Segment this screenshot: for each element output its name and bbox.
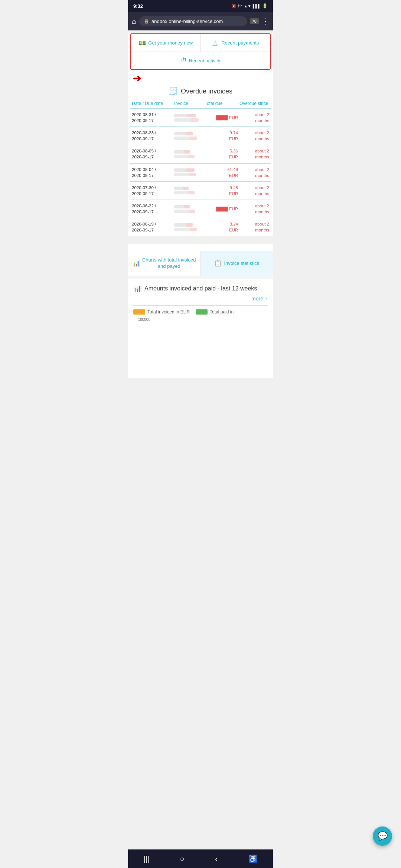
overdue-cell: about 2months (239, 185, 269, 197)
tab-get-money[interactable]: 💵 Get your money now (131, 34, 201, 52)
signal-icon: ▲▼ (244, 4, 251, 8)
date-cell: 2020-08-31 /2020-09-17 (132, 112, 173, 124)
invoice-cell (174, 150, 203, 158)
charts-title: 📊 Amounts invoiced and paid - last 12 we… (133, 285, 268, 293)
amount-cell: 9.74EUR (205, 130, 238, 142)
legend-item-invoiced: Total invoiced in EUR (133, 309, 190, 315)
tab-invoice-stats-label: Invoice statistics (224, 260, 259, 267)
amount-cell: 51.49EUR (205, 167, 238, 178)
stats-icon: 📋 (214, 260, 222, 267)
red-arrow-container: ➜ (128, 73, 273, 83)
url-text: andbox.online-billing-service.com (151, 19, 223, 24)
red-arrow-icon: ➜ (133, 72, 141, 85)
legend-item-paid: Total paid in (196, 309, 234, 315)
url-bar[interactable]: 🔒 andbox.online-billing-service.com (139, 16, 247, 26)
charts-more-button[interactable]: more + (133, 294, 268, 305)
overdue-cell: about 2months (239, 221, 269, 233)
tabs-count-button[interactable]: 78 (250, 18, 259, 24)
chart-legend: Total invoiced in EUR Total paid in (133, 309, 268, 315)
overdue-cell: about 2months (239, 130, 269, 142)
col-date: Date / Due date (132, 101, 173, 106)
activity-icon: ⏱ (181, 57, 187, 64)
main-content: 💵 Get your money now 🧾 Recent payments ⏱… (128, 33, 273, 378)
chart-bars-area (152, 318, 268, 347)
nav-tabs-container: 💵 Get your money now 🧾 Recent payments ⏱… (130, 33, 271, 70)
col-total: Total due (205, 101, 238, 106)
table-row[interactable]: 2020-06-22 /2020-09-17 ████ EUR about 2m… (130, 200, 271, 218)
overdue-cell: about 2months (239, 112, 269, 124)
tab-recent-payments-label: Recent payments (221, 40, 259, 46)
lock-icon: 🔒 (144, 19, 149, 24)
overdue-cell: about 2months (239, 167, 269, 178)
invoice-cell (174, 114, 203, 122)
invoice-cell (174, 132, 203, 140)
legend-color-green (196, 309, 208, 315)
tab-charts-label: Charts with total invoicedand payed (142, 257, 196, 270)
invoice-cell (174, 187, 203, 194)
charts-content: 📊 Amounts invoiced and paid - last 12 we… (128, 279, 273, 352)
invoice-cell (174, 223, 203, 231)
chart-area: 100000 (133, 318, 268, 347)
legend-label-invoiced: Total invoiced in EUR (147, 309, 190, 315)
tab-get-money-label: Get your money now (148, 40, 193, 46)
invoices-table: Date / Due date Invoice Total due Overdu… (128, 99, 273, 236)
amount-cell: ████ EUR (205, 115, 238, 121)
amount-cell: 9.48EUR (205, 185, 238, 197)
overdue-cell: about 2months (239, 148, 269, 160)
home-button[interactable]: ⌂ (132, 17, 136, 26)
tab-charts[interactable]: 📊 Charts with total invoicedand payed (128, 251, 201, 276)
tab-recent-payments[interactable]: 🧾 Recent payments (201, 34, 270, 52)
date-cell: 2020-06-22 /2020-09-17 (132, 203, 173, 215)
col-invoice: Invoice (174, 101, 203, 106)
date-cell: 2020-06-19 /2020-09-17 (132, 221, 173, 233)
amount-cell: ████ EUR (205, 206, 238, 212)
overdue-section-header: 🧾 Overdue invoices (128, 83, 273, 99)
charts-tabs: 📊 Charts with total invoicedand payed 📋 … (128, 251, 273, 276)
overdue-section-title: Overdue invoices (181, 88, 232, 95)
status-time: 9:32 (133, 3, 143, 9)
table-header-row: Date / Due date Invoice Total due Overdu… (130, 99, 271, 109)
tab-invoice-stats[interactable]: 📋 Invoice statistics (201, 251, 273, 276)
charts-title-text: Amounts invoiced and paid - last 12 week… (144, 285, 257, 292)
browser-bar: ⌂ 🔒 andbox.online-billing-service.com 78… (128, 12, 273, 30)
amount-cell: 5.36EUR (205, 148, 238, 160)
legend-label-paid: Total paid in (210, 309, 234, 315)
status-icons: 🔇 H⁺ ▲▼ ▌▌▌ 🔋 (231, 3, 268, 9)
date-cell: 2020-07-30 /2020-09-17 (132, 185, 173, 197)
table-row[interactable]: 2020-08-31 /2020-09-17 ████ EUR about 2m… (130, 109, 271, 127)
chart-icon: 📊 (133, 260, 140, 267)
tab-recent-activity-label: Recent activity (189, 58, 221, 63)
payments-icon: 🧾 (212, 39, 219, 46)
battery-icon: 🔋 (262, 3, 268, 9)
y-axis: 100000 (133, 318, 152, 322)
invoice-cell (174, 205, 203, 213)
mute-icon: 🔇 (231, 4, 237, 9)
bar-chart-icon: 📊 (133, 285, 141, 293)
y-label-top: 100000 (133, 318, 150, 322)
date-cell: 2020-08-04 /2020-09-17 (132, 167, 173, 178)
table-row[interactable]: 2020-07-30 /2020-09-17 9.48EUR about 2mo… (130, 182, 271, 200)
date-cell: 2020-08-05 /2020-09-17 (132, 148, 173, 160)
date-cell: 2020-08-23 /2020-09-17 (132, 130, 173, 142)
table-row[interactable]: 2020-08-23 /2020-09-17 9.74EUR about 2mo… (130, 127, 271, 145)
network-icon: H⁺ (238, 4, 242, 8)
table-row[interactable]: 2020-06-19 /2020-09-17 3.24EUR about 2mo… (130, 218, 271, 236)
overdue-cell: about 2months (239, 203, 269, 215)
tab-recent-activity[interactable]: ⏱ Recent activity (131, 52, 270, 69)
amount-cell: 3.24EUR (205, 221, 238, 233)
browser-menu-button[interactable]: ⋮ (262, 17, 269, 26)
bars-icon: ▌▌▌ (253, 4, 261, 8)
money-icon: 💵 (138, 39, 146, 46)
status-bar: 9:32 🔇 H⁺ ▲▼ ▌▌▌ 🔋 (128, 0, 273, 12)
table-row[interactable]: 2020-08-04 /2020-09-17 51.49EUR about 2m… (130, 164, 271, 182)
legend-color-orange (133, 309, 145, 315)
overdue-icon: 🧾 (169, 87, 178, 96)
nav-tabs-row2: ⏱ Recent activity (131, 52, 270, 69)
charts-section: 📊 Charts with total invoicedand payed 📋 … (128, 251, 273, 352)
invoice-cell (174, 168, 203, 176)
nav-tabs-row1: 💵 Get your money now 🧾 Recent payments (131, 34, 270, 52)
col-overdue: Overdue since (239, 101, 269, 106)
table-row[interactable]: 2020-08-05 /2020-09-17 5.36EUR about 2mo… (130, 145, 271, 163)
